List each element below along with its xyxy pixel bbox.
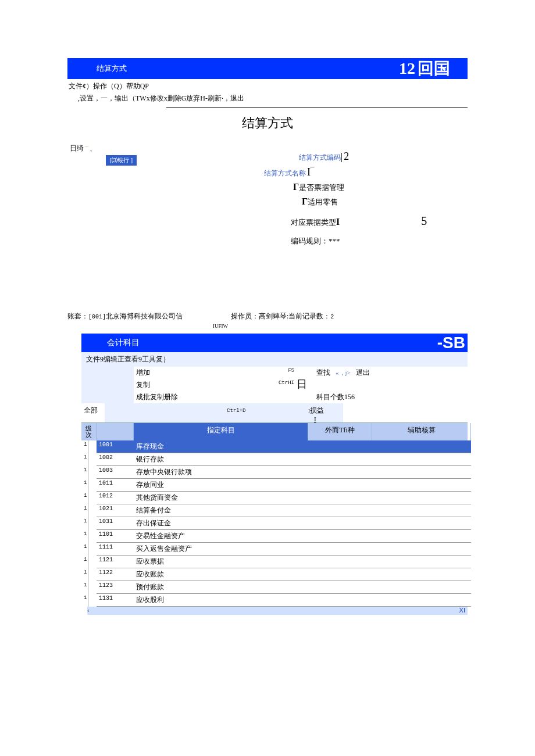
tab-losses[interactable]: I损益 I — [308, 403, 343, 422]
bill-type-value[interactable]: 5 — [421, 214, 427, 228]
titlebar-sb[interactable]: -SB — [437, 335, 465, 351]
settlement-toolbar[interactable]: ,设置，一，输出（TWx修改x删除G放弃H-刷新·，退出 — [67, 92, 468, 107]
cell-aux — [372, 581, 471, 594]
cell-aux — [372, 556, 471, 568]
cell-level: 1 — [81, 530, 88, 543]
table-row[interactable]: 11003存放中央银行款项 — [81, 466, 468, 479]
cell-aux — [372, 466, 471, 479]
cell-level: 1 — [81, 440, 88, 453]
table-row[interactable]: 11012其他货而资金 — [81, 492, 468, 504]
cell-foreign — [308, 530, 372, 543]
cell-foreign — [308, 568, 372, 581]
cell-name: 存放同业 — [134, 479, 308, 492]
col-foreign[interactable]: 外而Tfi种 — [308, 423, 372, 440]
table-header: 级次 指定科目 外而Tfi种 辅助核算 — [81, 422, 468, 440]
cell-foreign — [308, 466, 372, 479]
settlement-menu[interactable]: 文件¢）操作（Q）帮助QP — [67, 79, 468, 92]
search-area[interactable]: 查找 «，j> 退出 — [314, 367, 488, 379]
cell-foreign — [308, 594, 372, 607]
cell-level: 1 — [81, 594, 88, 607]
add-button[interactable]: 增加 — [134, 367, 227, 379]
cell-aux — [372, 492, 471, 504]
cell-level: 1 — [81, 556, 88, 568]
cell-aux — [372, 568, 471, 581]
table-row[interactable]: 11111买入返售金融资产 — [81, 543, 468, 556]
cell-aux — [372, 453, 471, 466]
table-row[interactable]: 11031存出保证金 — [81, 517, 468, 530]
cell-aux — [372, 594, 471, 607]
cell-aux — [372, 479, 471, 492]
cell-name: 存出保证金 — [134, 517, 308, 530]
encoding-rule: 编码规则：*** — [291, 236, 468, 246]
col-aux[interactable]: 辅助核算 — [372, 423, 471, 440]
row-name: 结算方式名称 I‾ — [219, 166, 468, 178]
table-row[interactable]: 11001库存现金 — [81, 440, 468, 453]
table-row[interactable]: 11011存放同业 — [81, 479, 468, 492]
accounts-titlebar: 会计科目 -SB — [81, 334, 468, 352]
cell-foreign — [308, 504, 372, 517]
cell-name: 其他货而资金 — [134, 492, 308, 504]
name-input[interactable]: I‾ — [307, 166, 314, 178]
cell-name: 应收账款 — [134, 568, 308, 581]
col-level[interactable]: 级次 — [81, 423, 97, 440]
cell-level: 1 — [81, 568, 88, 581]
scroll-left-icon[interactable]: ‹ — [87, 607, 89, 613]
cell-code: 1011 — [97, 479, 134, 492]
scrollbar-bottom[interactable]: ‹ XI — [87, 607, 468, 615]
form-heading: 结算方式 — [67, 114, 468, 132]
cell-level: 1 — [81, 504, 88, 517]
cell-level: 1 — [81, 517, 88, 530]
tree-node-bank[interactable]: [⑶银行 ] — [106, 155, 137, 166]
cell-name: 交易性金融资产 — [134, 530, 308, 543]
table-row[interactable]: 11101交易性金融资产 — [81, 530, 468, 543]
table-row[interactable]: 11131应收股利 — [81, 594, 468, 607]
cell-name: 买入返售金融资产 — [134, 543, 308, 556]
row-bill-type: 对应票据类型 I 5 — [291, 214, 468, 228]
checkbox-retail[interactable]: Γ适用零售 — [302, 196, 468, 207]
cell-level: 1 — [81, 492, 88, 504]
calendar-icon[interactable]: 日 — [297, 379, 314, 391]
cell-code: 1131 — [97, 594, 134, 607]
tree-root[interactable]: 日绮⌒、 — [70, 144, 97, 153]
cell-foreign — [308, 517, 372, 530]
f5-shortcut: F5 — [227, 367, 297, 379]
cell-aux — [372, 440, 471, 453]
table-row[interactable]: 11121应收票据 — [81, 556, 468, 568]
cell-foreign — [308, 440, 372, 453]
account-count: 科目个数156 — [314, 391, 357, 403]
cell-code: 1002 — [97, 453, 134, 466]
cell-name: 存放中央银行款项 — [134, 466, 308, 479]
account-status: 账套：[001]北京海博科技有限公司信 操作员：高剑蟀琴:当前记录数：2 IUF… — [67, 310, 468, 334]
cell-code: 1001 — [97, 440, 134, 453]
cell-code: 1111 — [97, 543, 134, 556]
exit-button[interactable]: 退出 — [356, 368, 370, 377]
accounts-menu[interactable]: 文件9编辑正查看9工具复） — [81, 352, 468, 367]
nav-arrows[interactable]: «，j> — [336, 369, 351, 376]
cell-aux — [372, 504, 471, 517]
cell-level: 1 — [81, 479, 88, 492]
cell-level: 1 — [81, 543, 88, 556]
titlebar-right-controls[interactable]: 12回国 — [399, 60, 450, 77]
table-row[interactable]: 11122应收账款 — [81, 568, 468, 581]
cell-foreign — [308, 543, 372, 556]
settlement-title: 结算方式 — [97, 63, 127, 74]
col-designate[interactable]: 指定科目 — [134, 423, 308, 440]
filter-all[interactable]: 全部 — [81, 403, 105, 422]
copy-button[interactable]: 复制 — [134, 379, 227, 391]
cell-name: 应收股利 — [134, 594, 308, 607]
cell-name: 库存现金 — [134, 440, 308, 453]
settlement-titlebar: 结算方式 12回国 — [67, 58, 468, 79]
cell-foreign — [308, 479, 372, 492]
table-row[interactable]: 11021结算备付金 — [81, 504, 468, 517]
checkbox-bill[interactable]: Γ是否票据管理 — [293, 182, 468, 193]
cell-code: 1122 — [97, 568, 134, 581]
cell-code: 1021 — [97, 504, 134, 517]
cell-foreign — [308, 453, 372, 466]
batch-button[interactable]: 成批复制册除 — [134, 391, 227, 403]
cell-foreign — [308, 556, 372, 568]
accounts-title: 会计科目 — [107, 338, 140, 348]
cell-level: 1 — [81, 581, 88, 594]
table-row[interactable]: 11123预付账款 — [81, 581, 468, 594]
table-row[interactable]: 11002银行存款 — [81, 453, 468, 466]
cell-code: 1003 — [97, 466, 134, 479]
